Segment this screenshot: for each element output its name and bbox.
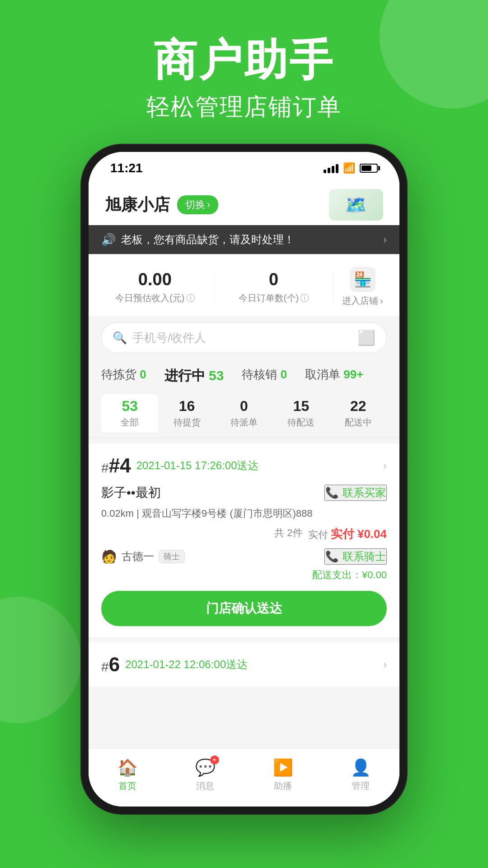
notice-text: 老板，您有商品缺货，请及时处理！	[121, 232, 378, 247]
chevron-right-icon: ›	[207, 199, 210, 211]
tab-cancelled[interactable]: 取消单 99+	[305, 367, 363, 385]
item-count-1: 共 2件	[274, 526, 302, 542]
search-input[interactable]: 手机号/收件人	[132, 330, 352, 346]
store-map-image: 🗺️	[329, 189, 383, 221]
nav-live[interactable]: ▶️ 助播	[244, 755, 322, 796]
order-address-1: 0.02km | 观音山写字楼9号楼 (厦门市思明区)888	[101, 506, 387, 521]
customer-name-1: 影子••最初	[101, 484, 161, 501]
orders-info-icon: i	[300, 294, 309, 302]
stat-divider-1	[214, 274, 215, 301]
live-icon: ▶️	[273, 758, 293, 777]
scan-icon[interactable]: ⬜	[357, 329, 375, 346]
order-tabs: 待拣货 0 进行中 53 待核销 0 取消单 99+	[89, 359, 399, 389]
revenue-value: 0.00	[105, 270, 205, 289]
orders-value: 0	[224, 270, 324, 289]
actual-pay-1: 实付 实付 ¥0.04	[308, 526, 387, 542]
home-icon: 🏠	[117, 758, 138, 777]
speaker-icon: 🔊	[101, 233, 116, 247]
order-number-1: ##4	[101, 454, 131, 477]
order-time-2: 2021-01-22 12:06:00送达	[125, 657, 248, 672]
order-arrow-icon-2: ›	[383, 658, 387, 671]
contact-rider-button[interactable]: 📞 联系骑士	[324, 548, 387, 565]
rider-row-1: 🧑 古德一 骑士 📞 联系骑士	[101, 548, 387, 565]
enter-store-label: 进入店铺 ›	[342, 295, 383, 307]
nav-live-label: 助播	[274, 780, 292, 792]
status-bar: 11:21 📶	[89, 152, 399, 180]
manage-icon: 👤	[351, 758, 371, 777]
phone-outer: 11:21 📶 旭康小	[81, 145, 407, 814]
stats-row: 0.00 今日预估收入(元) i 0 今日订单数(个) i	[89, 254, 399, 316]
subtab-pending-dispatch[interactable]: 0 待派单	[216, 394, 272, 432]
stat-divider-2	[333, 274, 333, 301]
tab-in-progress[interactable]: 进行中 53	[164, 367, 224, 385]
wifi-icon: 📶	[343, 162, 355, 174]
phone-inner: 11:21 📶 旭康小	[89, 152, 399, 807]
app-title: 商户助手	[0, 36, 488, 84]
order-number-2: #6	[101, 653, 120, 676]
app-subtitle: 轻松管理店铺订单	[0, 91, 488, 123]
bottom-nav: 🏠 首页 💬 • 消息 ▶️ 助播	[89, 749, 399, 807]
order-arrow-icon-1: ›	[383, 459, 387, 472]
phone-icon: 📞	[325, 486, 339, 499]
store-header: 旭康小店 切换 › 🗺️	[89, 180, 399, 225]
search-bar[interactable]: 🔍 手机号/收件人 ⬜	[101, 322, 387, 353]
nav-home-label: 首页	[118, 780, 136, 792]
store-icon: 🏪	[350, 267, 375, 292]
customer-row-1: 影子••最初 📞 联系买家	[101, 484, 387, 501]
revenue-stat: 0.00 今日预估收入(元) i	[105, 270, 205, 304]
enter-store-arrow-icon: ›	[380, 296, 383, 306]
signal-icon	[324, 163, 338, 173]
status-time: 11:21	[110, 161, 143, 175]
subtab-pending-delivery[interactable]: 15 待配送	[272, 394, 329, 432]
tab-pending-verify[interactable]: 待核销 0	[242, 367, 287, 385]
revenue-info-icon: i	[187, 294, 195, 302]
orders-label: 今日订单数(个) i	[224, 292, 324, 304]
subtab-all[interactable]: 53 全部	[101, 394, 158, 432]
message-badge: •	[210, 755, 219, 764]
confirm-delivery-button[interactable]: 门店确认送达	[101, 591, 387, 626]
store-name: 旭康小店	[105, 194, 170, 216]
notice-bar[interactable]: 🔊 老板，您有商品缺货，请及时处理！ ›	[89, 225, 399, 254]
delivery-cost-1: 配送支出：¥0.00	[101, 568, 387, 582]
enter-store-button[interactable]: 🏪 进入店铺 ›	[342, 267, 383, 307]
rider-name-1: 古德一	[122, 549, 154, 564]
orders-stat: 0 今日订单数(个) i	[224, 270, 324, 304]
battery-icon	[360, 164, 378, 173]
subtab-delivering[interactable]: 22 配送中	[330, 394, 387, 432]
phone-mockup: 11:21 📶 旭康小	[81, 145, 407, 814]
nav-manage[interactable]: 👤 管理	[322, 755, 399, 796]
switch-store-button[interactable]: 切换 ›	[177, 195, 218, 214]
status-icons: 📶	[324, 162, 378, 174]
bg-decoration-circle-bottom	[0, 597, 81, 723]
contact-buyer-button[interactable]: 📞 联系买家	[324, 485, 387, 501]
app-content: 旭康小店 切换 › 🗺️ 🔊 老板，您有商品缺货，请及时处理！ ›	[89, 180, 399, 807]
rider-avatar-icon: 🧑	[101, 549, 117, 564]
phone-rider-icon: 📞	[325, 550, 339, 563]
subtab-pending-pickup[interactable]: 16 待提货	[158, 394, 215, 432]
nav-messages[interactable]: 💬 • 消息	[166, 755, 244, 796]
revenue-label: 今日预估收入(元) i	[105, 292, 205, 304]
search-section: 🔍 手机号/收件人 ⬜	[89, 316, 399, 359]
message-icon: 💬 •	[195, 758, 216, 777]
nav-messages-label: 消息	[196, 780, 214, 792]
nav-home[interactable]: 🏠 首页	[89, 755, 166, 796]
tab-pending-pick[interactable]: 待拣货 0	[101, 367, 146, 385]
rider-badge-1: 骑士	[159, 550, 185, 563]
order-total-row-1: 共 2件 实付 实付 ¥0.04	[101, 526, 387, 542]
header-area: 商户助手 轻松管理店铺订单	[0, 0, 488, 141]
order-card-2: #6 2021-01-22 12:06:00送达 ›	[89, 642, 399, 687]
notice-arrow-icon: ›	[383, 233, 387, 246]
order-header-1: ##4 2021-01-15 17:26:00送达 ›	[101, 454, 387, 477]
sub-tabs: 53 全部 16 待提货 0 待派单 15 待配送	[89, 389, 399, 438]
order-card-1: ##4 2021-01-15 17:26:00送达 › 影子••最初 📞 联系买…	[89, 443, 399, 637]
search-icon: 🔍	[113, 331, 127, 345]
order-header-2: #6 2021-01-22 12:06:00送达 ›	[101, 653, 387, 676]
order-time-1: 2021-01-15 17:26:00送达	[136, 458, 259, 473]
rider-info-1: 🧑 古德一 骑士	[101, 549, 185, 564]
nav-manage-label: 管理	[352, 780, 370, 792]
